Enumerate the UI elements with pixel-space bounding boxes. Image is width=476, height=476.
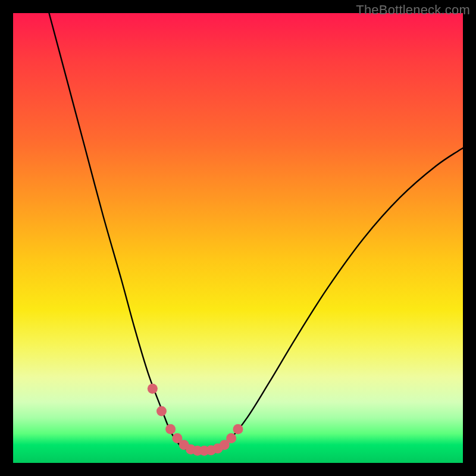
highlight-dot	[156, 406, 167, 416]
highlight-dots	[148, 384, 243, 456]
highlight-dot	[165, 424, 176, 434]
curve-right-branch	[218, 148, 463, 450]
highlight-dot	[148, 384, 158, 394]
bottleneck-curve	[49, 13, 463, 451]
highlight-dot	[226, 433, 236, 443]
chart-container: TheBottleneck.com	[0, 0, 476, 476]
watermark-text: TheBottleneck.com	[356, 2, 470, 18]
curve-layer	[13, 13, 463, 463]
highlight-dot	[233, 424, 243, 434]
curve-left-branch	[49, 13, 186, 449]
plot-gradient-background	[13, 13, 463, 463]
